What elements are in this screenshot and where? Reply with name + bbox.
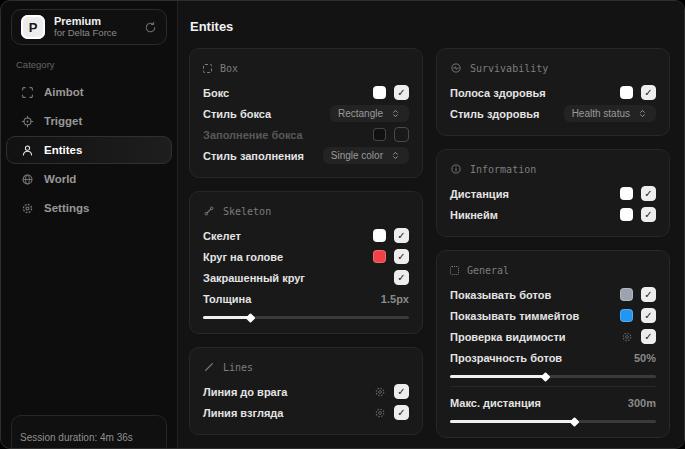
gear-icon[interactable] xyxy=(374,386,386,398)
chevron-updown-icon xyxy=(390,108,401,119)
panel-header: Survivability xyxy=(450,58,656,78)
panel-header: General xyxy=(450,260,656,280)
checkbox[interactable] xyxy=(394,85,409,100)
gear-icon xyxy=(21,202,34,215)
entities-icon xyxy=(21,144,34,157)
panel-header: Lines xyxy=(203,357,409,377)
brand-title: Premium xyxy=(54,15,117,28)
color-swatch[interactable] xyxy=(373,86,386,99)
panel-general: General Показывать ботов Показывать тимм… xyxy=(436,250,670,438)
color-swatch[interactable] xyxy=(620,208,633,221)
slider-thumb[interactable] xyxy=(569,417,579,427)
checkbox[interactable] xyxy=(641,329,656,344)
sidebar-item-world[interactable]: World xyxy=(6,165,172,193)
color-swatch[interactable] xyxy=(373,128,386,141)
brand-logo: P xyxy=(21,15,45,39)
sidebar-item-label: Settings xyxy=(44,202,89,214)
slider-value: 1.5px xyxy=(381,293,409,305)
panel-skeleton: Skeleton Скелет Круг на голове xyxy=(189,191,423,334)
setting-row: Линия до врага xyxy=(203,381,409,402)
brand-subtitle: for Delta Force xyxy=(54,28,117,39)
panel-header: Information xyxy=(450,159,656,179)
app-window: P Premium for Delta Force Category Aimbo… xyxy=(0,0,685,449)
sidebar-item-label: World xyxy=(44,173,76,185)
panel-lines: Lines Линия до врага Линия взгляда xyxy=(189,347,423,435)
setting-row: Линия взгляда xyxy=(203,402,409,423)
globe-icon xyxy=(21,173,34,186)
divider xyxy=(450,386,656,387)
color-swatch[interactable] xyxy=(620,187,633,200)
setting-row: Скелет xyxy=(203,225,409,246)
color-swatch[interactable] xyxy=(373,229,386,242)
box-style-select[interactable]: Rectangle xyxy=(330,105,409,122)
setting-row: Показывать тиммейтов xyxy=(450,305,656,326)
checkbox[interactable] xyxy=(394,384,409,399)
color-swatch[interactable] xyxy=(373,250,386,263)
thickness-slider[interactable] xyxy=(203,316,409,319)
checkbox[interactable] xyxy=(641,287,656,302)
chevron-updown-icon xyxy=(637,108,648,119)
setting-row: Круг на голове xyxy=(203,246,409,267)
slider-thumb[interactable] xyxy=(540,372,550,382)
brand-card: P Premium for Delta Force xyxy=(11,9,167,45)
sidebar: P Premium for Delta Force Category Aimbo… xyxy=(1,1,177,448)
fill-style-select[interactable]: Single color xyxy=(323,147,409,164)
health-style-select[interactable]: Health status xyxy=(564,105,656,122)
checkbox[interactable] xyxy=(394,405,409,420)
right-column: Survivability Полоса здоровья Стиль здор… xyxy=(436,48,670,438)
gear-icon[interactable] xyxy=(374,407,386,419)
sidebar-item-label: Aimbot xyxy=(44,86,84,98)
pulse-icon xyxy=(450,62,462,74)
left-column: Box Бокс Стиль бокса Rectangle xyxy=(189,48,423,438)
checkbox[interactable] xyxy=(394,249,409,264)
setting-row: Стиль бокса Rectangle xyxy=(203,103,409,124)
checkbox[interactable] xyxy=(394,228,409,243)
panel-survivability: Survivability Полоса здоровья Стиль здор… xyxy=(436,48,670,136)
sidebar-item-label: Entites xyxy=(44,144,82,156)
setting-row: Закрашенный круг xyxy=(203,267,409,288)
checkbox[interactable] xyxy=(641,308,656,323)
session-duration: Session duration: 4m 36s xyxy=(20,432,133,443)
color-swatch[interactable] xyxy=(620,288,633,301)
sidebar-item-settings[interactable]: Settings xyxy=(6,194,172,222)
panel-information: Information Дистанция Никнейм xyxy=(436,149,670,237)
category-label: Category xyxy=(16,59,162,70)
checkbox[interactable] xyxy=(641,207,656,222)
bone-icon xyxy=(203,205,215,217)
grid-icon xyxy=(450,266,459,275)
checkbox[interactable] xyxy=(394,127,409,142)
sidebar-item-label: Trigget xyxy=(44,115,82,127)
bot-opacity-slider[interactable] xyxy=(450,375,656,378)
max-distance-slider[interactable] xyxy=(450,420,656,423)
session-card: Session duration: 4m 36s xyxy=(11,415,167,449)
setting-row: Проверка видимости xyxy=(450,326,656,347)
sidebar-item-trigget[interactable]: Trigget xyxy=(6,107,172,135)
sidebar-item-aimbot[interactable]: Aimbot xyxy=(6,78,172,106)
sidebar-nav: Aimbot Trigget Entites World Settings xyxy=(6,78,172,222)
panel-header: Skeleton xyxy=(203,201,409,221)
gear-icon[interactable] xyxy=(621,331,633,343)
color-swatch[interactable] xyxy=(620,309,633,322)
setting-row: Заполнение бокса xyxy=(203,124,409,145)
setting-row: Стиль заполнения Single color xyxy=(203,145,409,166)
panel-header: Box xyxy=(203,58,409,78)
main-content: Entites Box Бокс xyxy=(177,1,684,448)
slider-group: Прозрачность ботов 50% xyxy=(450,347,656,378)
box-icon xyxy=(203,64,212,73)
checkbox[interactable] xyxy=(641,186,656,201)
sidebar-item-entites[interactable]: Entites xyxy=(6,136,172,164)
info-icon xyxy=(450,163,462,175)
checkbox[interactable] xyxy=(394,270,409,285)
checkbox[interactable] xyxy=(641,85,656,100)
setting-row: Стиль здоровья Health status xyxy=(450,103,656,124)
color-swatch[interactable] xyxy=(620,86,633,99)
refresh-icon[interactable] xyxy=(144,21,157,34)
slider-value: 300m xyxy=(628,397,656,409)
page-title: Entites xyxy=(190,19,668,34)
setting-row: Бокс xyxy=(203,82,409,103)
chevron-updown-icon xyxy=(390,150,401,161)
panel-box: Box Бокс Стиль бокса Rectangle xyxy=(189,48,423,178)
slider-thumb[interactable] xyxy=(246,313,256,323)
setting-row: Никнейм xyxy=(450,204,656,225)
setting-row: Показывать ботов xyxy=(450,284,656,305)
